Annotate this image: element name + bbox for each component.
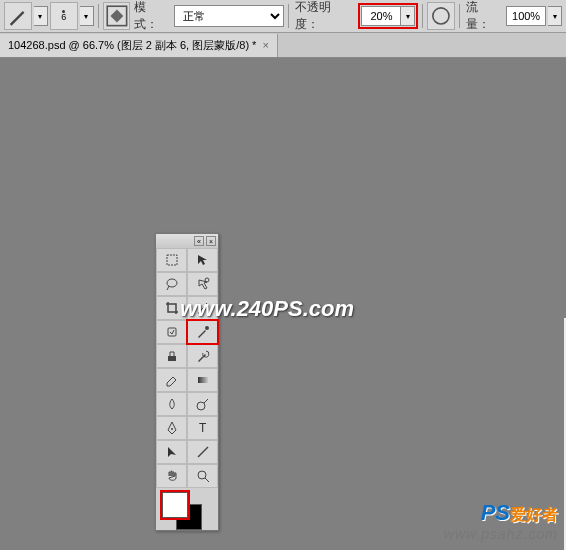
- tools-panel: « × T: [155, 233, 219, 531]
- canvas[interactable]: « × T: [0, 58, 566, 550]
- svg-point-10: [171, 428, 173, 430]
- watermark-logo-cn: 爱好者: [510, 506, 558, 523]
- watermark-logo-ps: PS: [481, 500, 510, 525]
- path-select-tool[interactable]: [156, 440, 187, 464]
- tools-panel-header: « ×: [156, 234, 218, 248]
- dodge-tool[interactable]: [187, 392, 218, 416]
- blur-tool[interactable]: [156, 392, 187, 416]
- brush-preview[interactable]: 6: [50, 2, 78, 30]
- svg-rect-8: [198, 377, 208, 383]
- quick-select-tool[interactable]: [187, 272, 218, 296]
- watermark-main: www.240PS.com: [180, 296, 354, 322]
- svg-text:T: T: [199, 421, 207, 435]
- marquee-tool[interactable]: [156, 248, 187, 272]
- collapse-icon[interactable]: «: [194, 236, 204, 246]
- document-tab-title: 104268.psd @ 66.7% (图层 2 副本 6, 图层蒙版/8) *: [8, 38, 256, 53]
- svg-point-1: [433, 8, 449, 24]
- history-brush-tool[interactable]: [187, 344, 218, 368]
- gradient-tool[interactable]: [187, 368, 218, 392]
- brush-tool[interactable]: [187, 320, 218, 344]
- flow-dropdown[interactable]: ▾: [548, 6, 562, 26]
- tool-preset-dropdown[interactable]: ▾: [34, 6, 48, 26]
- svg-point-3: [167, 279, 177, 287]
- watermark-footer: PS爱好者 www.psahz.com: [444, 500, 558, 542]
- svg-point-12: [198, 471, 206, 479]
- type-tool[interactable]: T: [187, 416, 218, 440]
- zoom-tool[interactable]: [187, 464, 218, 488]
- flow-label: 流量：: [466, 0, 502, 33]
- options-bar: ▾ 6 ▾ 模式： 正常 不透明度： ▾ 流量： ▾: [0, 0, 566, 33]
- opacity-input[interactable]: [361, 6, 401, 26]
- healing-brush-tool[interactable]: [156, 320, 187, 344]
- close-icon[interactable]: ×: [262, 39, 268, 51]
- eraser-tool[interactable]: [156, 368, 187, 392]
- opacity-dropdown[interactable]: ▾: [401, 6, 415, 26]
- shape-tool[interactable]: [187, 440, 218, 464]
- close-panel-icon[interactable]: ×: [206, 236, 216, 246]
- svg-rect-2: [167, 255, 177, 265]
- brush-preset-dropdown[interactable]: ▾: [80, 6, 94, 26]
- lasso-tool[interactable]: [156, 272, 187, 296]
- svg-point-6: [205, 326, 209, 330]
- svg-point-9: [197, 402, 205, 410]
- svg-rect-7: [168, 356, 176, 361]
- hand-tool[interactable]: [156, 464, 187, 488]
- clone-stamp-tool[interactable]: [156, 344, 187, 368]
- foreground-color[interactable]: [162, 492, 188, 518]
- document-tabbar: 104268.psd @ 66.7% (图层 2 副本 6, 图层蒙版/8) *…: [0, 33, 566, 58]
- svg-rect-5: [168, 328, 176, 336]
- blend-mode-select[interactable]: 正常: [174, 5, 283, 27]
- color-swatch: [156, 488, 218, 530]
- brush-tool-icon[interactable]: [4, 2, 32, 30]
- move-tool[interactable]: [187, 248, 218, 272]
- opacity-label: 不透明度：: [295, 0, 355, 33]
- brush-size-value: 6: [61, 13, 66, 22]
- brush-panel-button[interactable]: [103, 2, 131, 30]
- svg-point-4: [205, 278, 209, 282]
- pen-tool[interactable]: [156, 416, 187, 440]
- opacity-highlight: ▾: [358, 3, 418, 29]
- pressure-opacity-button[interactable]: [427, 2, 455, 30]
- document-tab[interactable]: 104268.psd @ 66.7% (图层 2 副本 6, 图层蒙版/8) *…: [0, 34, 278, 57]
- flow-input[interactable]: [506, 6, 546, 26]
- watermark-url: www.psahz.com: [444, 526, 558, 542]
- mode-label: 模式：: [134, 0, 170, 33]
